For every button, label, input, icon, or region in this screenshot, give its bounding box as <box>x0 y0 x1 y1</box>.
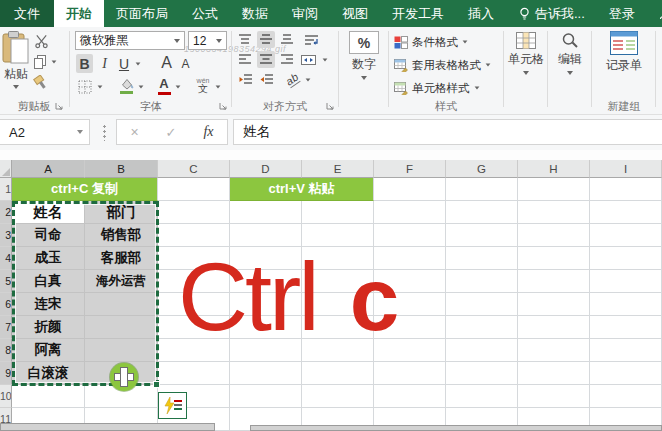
cell-styles-button[interactable]: 单元格样式 <box>394 79 480 97</box>
number-format-button[interactable]: % 数字 <box>345 31 383 80</box>
formula-bar-resize-handle[interactable] <box>103 124 106 141</box>
align-right-button[interactable] <box>278 51 296 68</box>
align-center-button[interactable] <box>257 51 275 68</box>
cell-c1[interactable] <box>158 178 230 201</box>
row-header-8[interactable]: 8 <box>0 339 12 362</box>
borders-dropdown-arrow[interactable] <box>98 85 103 88</box>
orientation-dropdown-arrow[interactable] <box>306 78 311 81</box>
align-middle-button[interactable] <box>257 31 275 48</box>
column-header-g[interactable]: G <box>446 160 518 178</box>
font-dialog-launcher[interactable] <box>219 102 229 112</box>
tab-page-layout[interactable]: 页面布局 <box>104 0 180 27</box>
cut-button[interactable] <box>30 32 52 50</box>
grow-font-button[interactable]: A <box>158 52 175 73</box>
row-header-5[interactable]: 5 <box>0 270 12 293</box>
phonetic-hanzi: 文 <box>198 84 208 94</box>
sheet-tabs-area-edge[interactable] <box>0 423 215 431</box>
tab-formulas[interactable]: 公式 <box>180 0 230 27</box>
bold-button[interactable]: B <box>76 54 93 73</box>
phonetic-guide-button[interactable]: wén 文 <box>193 74 213 96</box>
font-color-button[interactable]: A <box>156 75 172 96</box>
row-header-1[interactable]: 1 <box>0 178 12 201</box>
worksheet-grid[interactable]: A B C D E F G H I 1 ctrl+C 复制 ctrl+V 粘贴 … <box>0 160 662 431</box>
formula-input[interactable]: 姓名 <box>233 119 662 145</box>
horizontal-scrollbar[interactable] <box>250 425 662 431</box>
underline-dropdown-arrow[interactable] <box>136 62 141 65</box>
row-header-10[interactable]: 10 <box>0 385 12 408</box>
tab-file[interactable]: 文件 <box>0 0 54 27</box>
share-button[interactable]: 共享 <box>647 5 662 23</box>
select-all-corner[interactable] <box>0 160 12 178</box>
fill-color-dropdown-arrow[interactable] <box>139 85 144 88</box>
empty-cells[interactable] <box>158 362 662 385</box>
insert-function-button[interactable]: fx <box>203 124 213 140</box>
record-form-button[interactable]: 记录单 <box>597 31 651 74</box>
tab-review[interactable]: 审阅 <box>280 0 330 27</box>
tabbar-right: 告诉我... 登录 共享 <box>506 0 662 27</box>
quick-analysis-button[interactable] <box>158 392 187 419</box>
column-header-e[interactable]: E <box>302 160 374 178</box>
font-color-dropdown-arrow[interactable] <box>176 85 181 88</box>
row-header-3[interactable]: 3 <box>0 224 12 247</box>
editing-button[interactable]: 编辑 <box>551 32 589 75</box>
column-header-b[interactable]: B <box>85 160 158 178</box>
underline-button[interactable]: U <box>116 54 132 73</box>
tab-developer[interactable]: 开发工具 <box>380 0 456 27</box>
column-header-d[interactable]: D <box>230 160 302 178</box>
shrink-font-button[interactable]: A <box>178 55 193 73</box>
copy-banner[interactable]: ctrl+C 复制 <box>12 178 158 201</box>
phonetic-dropdown-arrow[interactable] <box>216 85 221 88</box>
fill-color-button[interactable] <box>117 75 135 96</box>
cells-button[interactable]: 单元格 <box>507 32 545 75</box>
row-header-4[interactable]: 4 <box>0 247 12 270</box>
fill-handle[interactable] <box>153 381 160 388</box>
cancel-button[interactable]: × <box>130 124 138 140</box>
format-painter-button[interactable] <box>30 74 52 92</box>
copy-dropdown-arrow[interactable] <box>52 60 57 63</box>
column-header-f[interactable]: F <box>374 160 446 178</box>
tab-view[interactable]: 视图 <box>330 0 380 27</box>
tab-data[interactable]: 数据 <box>230 0 280 27</box>
empty-cells[interactable] <box>158 201 662 224</box>
font-size-combo[interactable]: 12 <box>188 31 227 50</box>
paste-dropdown-arrow[interactable] <box>13 85 19 89</box>
wrap-text-button[interactable] <box>300 31 322 48</box>
borders-button[interactable] <box>76 77 94 96</box>
cell-a10[interactable] <box>12 385 85 408</box>
alignment-dialog-launcher[interactable] <box>326 102 336 112</box>
enter-button[interactable]: ✓ <box>166 125 177 140</box>
empty-cells[interactable] <box>158 385 662 408</box>
column-header-i[interactable]: I <box>590 160 662 178</box>
new-group: 记录单 新建组 <box>594 27 654 115</box>
column-header-c[interactable]: C <box>158 160 230 178</box>
sign-in-button[interactable]: 登录 <box>597 5 647 23</box>
font-name-combo[interactable]: 微软雅黑 <box>75 31 185 50</box>
row-header-9[interactable]: 9 <box>0 362 12 385</box>
name-box[interactable]: A2 <box>0 119 90 145</box>
align-left-button[interactable] <box>236 51 254 68</box>
format-as-table-button[interactable]: 套用表格格式 <box>394 56 491 74</box>
align-bottom-button[interactable] <box>278 31 296 48</box>
tab-insert[interactable]: 插入 <box>456 0 506 27</box>
merge-dropdown-arrow[interactable] <box>323 58 328 61</box>
copy-button[interactable] <box>28 53 62 71</box>
conditional-formatting-button[interactable]: 条件格式 <box>394 33 468 51</box>
name-box-dropdown-arrow[interactable] <box>77 130 83 134</box>
row-header-7[interactable]: 7 <box>0 316 12 339</box>
align-top-button[interactable] <box>236 31 254 48</box>
tell-me-box[interactable]: 告诉我... <box>506 5 597 23</box>
tab-home[interactable]: 开始 <box>54 0 104 27</box>
column-header-a[interactable]: A <box>12 160 85 178</box>
row-header-2[interactable]: 2 <box>0 201 12 224</box>
merge-center-button[interactable] <box>298 51 318 68</box>
increase-indent-button[interactable] <box>257 71 275 88</box>
decrease-indent-button[interactable] <box>236 71 254 88</box>
orientation-button[interactable]: ab <box>282 71 302 88</box>
paste-banner[interactable]: ctrl+V 粘贴 <box>230 178 374 201</box>
empty-cells[interactable] <box>374 178 662 201</box>
column-header-h[interactable]: H <box>518 160 590 178</box>
italic-button[interactable]: I <box>97 54 112 73</box>
clipboard-dialog-launcher[interactable] <box>55 102 65 112</box>
row-header-6[interactable]: 6 <box>0 293 12 316</box>
orientation-ab: ab <box>283 71 300 89</box>
